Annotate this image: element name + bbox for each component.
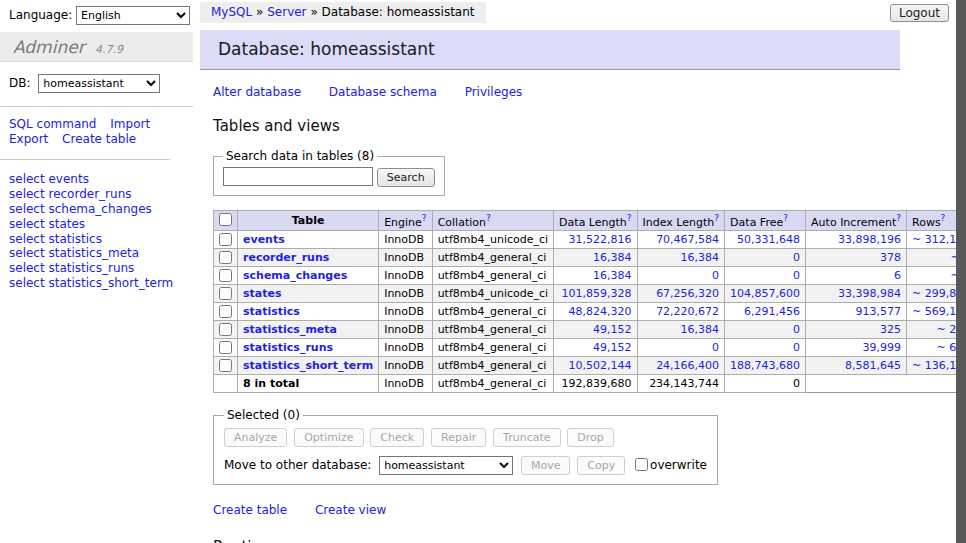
privileges-link[interactable]: Privileges [465, 85, 523, 99]
truncate-button[interactable]: Truncate [493, 428, 560, 447]
move-database-select[interactable]: homeassistant [379, 456, 513, 475]
select-row-checkbox[interactable] [219, 359, 232, 372]
check-button[interactable]: Check [370, 428, 424, 447]
help-icon[interactable]: ? [941, 213, 946, 223]
breadcrumb-server-type-link[interactable]: MySQL [211, 5, 252, 19]
column-header-data-length: Data Length [559, 215, 627, 228]
select-row-checkbox[interactable] [219, 287, 232, 300]
search-input[interactable] [223, 167, 373, 186]
table-name-link[interactable]: events [243, 233, 285, 246]
app-version: 4.7.9 [95, 43, 123, 56]
sidebar-item-select-statistics-meta[interactable]: select statistics_meta [9, 246, 184, 261]
collation-cell: utf8mb4_general_ci [432, 249, 553, 267]
app-name: Adminer [13, 37, 85, 57]
data-free-link[interactable]: 188,743,680 [730, 359, 800, 372]
column-header-auto-increment: Auto Increment [811, 215, 896, 228]
db-select[interactable]: homeassistant [38, 74, 160, 93]
index-length-link[interactable]: 72,220,672 [656, 305, 719, 318]
create-view-link[interactable]: Create view [315, 503, 386, 517]
auto-increment-link[interactable]: 8,581,645 [845, 359, 901, 372]
vertical-scrollbar[interactable] [956, 0, 966, 543]
table-name-link[interactable]: statistics_runs [243, 341, 333, 354]
sidebar-item-select-schema-changes[interactable]: select schema_changes [9, 202, 184, 217]
create-table-link-main[interactable]: Create table [213, 503, 287, 517]
repair-button[interactable]: Repair [431, 428, 486, 447]
total-engine: InnoDB [379, 375, 432, 393]
table-name-link[interactable]: statistics [243, 305, 300, 318]
help-icon[interactable]: ? [627, 213, 632, 223]
data-free-link[interactable]: 0 [793, 269, 800, 282]
sidebar-item-select-statistics-short-term[interactable]: select statistics_short_term [9, 276, 184, 291]
data-length-link[interactable]: 48,824,320 [569, 305, 632, 318]
help-icon[interactable]: ? [896, 213, 901, 223]
select-row-checkbox[interactable] [219, 341, 232, 354]
data-free-link[interactable]: 0 [793, 341, 800, 354]
auto-increment-link[interactable]: 913,577 [856, 305, 902, 318]
overwrite-checkbox[interactable] [635, 458, 648, 471]
data-free-link[interactable]: 0 [793, 323, 800, 336]
table-name-link[interactable]: statistics_meta [243, 323, 337, 336]
breadcrumb-separator: » [256, 5, 263, 19]
data-free-link[interactable]: 0 [793, 251, 800, 264]
select-all-checkbox[interactable] [219, 213, 232, 226]
data-length-link[interactable]: 10,502,144 [569, 359, 632, 372]
total-data-length: 192,839,680 [554, 375, 637, 393]
sidebar-item-select-statistics-runs[interactable]: select statistics_runs [9, 261, 184, 276]
data-length-link[interactable]: 49,152 [593, 341, 632, 354]
sidebar-item-select-events[interactable]: select events [9, 172, 184, 187]
breadcrumb-server-link[interactable]: Server [267, 5, 306, 19]
create-table-link[interactable]: Create table [62, 132, 136, 146]
select-row-checkbox[interactable] [219, 323, 232, 336]
logout-button[interactable]: Logout [890, 4, 949, 22]
optimize-button[interactable]: Optimize [294, 428, 363, 447]
move-button[interactable]: Move [521, 456, 571, 475]
auto-increment-link[interactable]: 33,398,984 [838, 287, 901, 300]
copy-button[interactable]: Copy [577, 456, 625, 475]
auto-increment-link[interactable]: 325 [880, 323, 901, 336]
auto-increment-link[interactable]: 6 [894, 269, 901, 282]
auto-increment-link[interactable]: 33,898,196 [838, 233, 901, 246]
data-length-link[interactable]: 16,384 [593, 251, 632, 264]
data-free-link[interactable]: 104,857,600 [730, 287, 800, 300]
select-row-checkbox[interactable] [219, 305, 232, 318]
import-link[interactable]: Import [110, 117, 150, 131]
data-length-link[interactable]: 49,152 [593, 323, 632, 336]
index-length-link[interactable]: 16,384 [681, 251, 720, 264]
index-length-link[interactable]: 0 [712, 341, 719, 354]
table-name-link[interactable]: states [243, 287, 282, 300]
select-row-checkbox[interactable] [219, 269, 232, 282]
table-name-link[interactable]: statistics_short_term [243, 359, 373, 372]
data-free-link[interactable]: 50,331,648 [737, 233, 800, 246]
alter-database-link[interactable]: Alter database [213, 85, 301, 99]
help-icon[interactable]: ? [714, 213, 719, 223]
language-select[interactable]: English [76, 6, 190, 25]
data-length-link[interactable]: 16,384 [593, 269, 632, 282]
index-length-link[interactable]: 0 [712, 269, 719, 282]
help-icon[interactable]: ? [783, 213, 788, 223]
sidebar-item-select-recorder-runs[interactable]: select recorder_runs [9, 187, 184, 202]
table-name-link[interactable]: recorder_runs [243, 251, 329, 264]
drop-button[interactable]: Drop [567, 428, 613, 447]
index-length-link[interactable]: 16,384 [681, 323, 720, 336]
search-button[interactable]: Search [377, 168, 435, 187]
table-name-link[interactable]: schema_changes [243, 269, 347, 282]
export-link[interactable]: Export [9, 132, 48, 146]
sql-command-link[interactable]: SQL command [9, 117, 96, 131]
data-length-link[interactable]: 101,859,328 [562, 287, 632, 300]
sidebar-item-select-states[interactable]: select states [9, 217, 184, 232]
help-icon[interactable]: ? [486, 213, 491, 223]
data-free-link[interactable]: 6,291,456 [744, 305, 800, 318]
auto-increment-link[interactable]: 39,999 [863, 341, 902, 354]
collation-cell: utf8mb4_unicode_ci [432, 285, 553, 303]
auto-increment-link[interactable]: 378 [880, 251, 901, 264]
index-length-link[interactable]: 67,256,320 [656, 287, 719, 300]
analyze-button[interactable]: Analyze [224, 428, 287, 447]
database-schema-link[interactable]: Database schema [329, 85, 437, 99]
index-length-link[interactable]: 24,166,400 [656, 359, 719, 372]
help-icon[interactable]: ? [422, 213, 427, 223]
sidebar-item-select-statistics[interactable]: select statistics [9, 232, 184, 247]
data-length-link[interactable]: 31,522,816 [569, 233, 632, 246]
index-length-link[interactable]: 70,467,584 [656, 233, 719, 246]
select-row-checkbox[interactable] [219, 251, 232, 264]
select-row-checkbox[interactable] [219, 233, 232, 246]
